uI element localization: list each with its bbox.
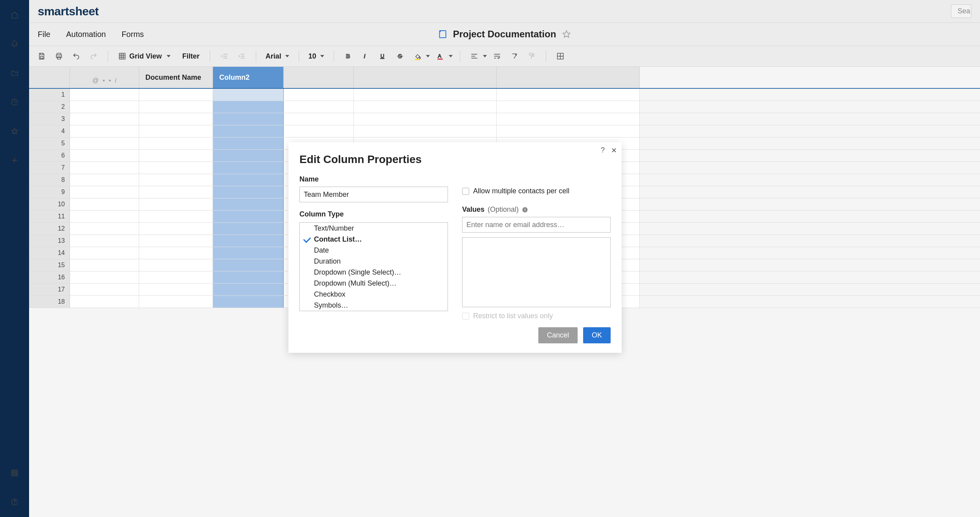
row-indicators-cell[interactable] <box>70 162 139 174</box>
cell[interactable] <box>139 125 213 137</box>
column-header-document-name[interactable]: Document Name <box>139 67 213 88</box>
cell[interactable] <box>213 138 284 149</box>
menu-forms[interactable]: Forms <box>121 30 144 39</box>
filter-button[interactable]: Filter <box>177 52 203 60</box>
row-number[interactable]: 4 <box>29 125 70 137</box>
row-indicators-cell[interactable] <box>70 186 139 198</box>
row-number[interactable]: 3 <box>29 113 70 125</box>
undo-icon[interactable] <box>69 49 83 63</box>
menu-automation[interactable]: Automation <box>66 30 106 39</box>
align-left-icon[interactable] <box>467 49 481 63</box>
cell[interactable] <box>213 235 284 247</box>
cell[interactable] <box>139 259 213 271</box>
row-indicators-cell[interactable] <box>70 89 139 101</box>
row-number[interactable]: 16 <box>29 271 70 283</box>
favorites-icon[interactable] <box>7 124 22 138</box>
menu-file[interactable]: File <box>38 30 50 39</box>
row-number[interactable]: 7 <box>29 162 70 174</box>
ok-button[interactable]: OK <box>583 327 611 343</box>
indent-icon[interactable] <box>235 49 249 63</box>
save-icon[interactable] <box>35 49 49 63</box>
format-painter-icon[interactable] <box>525 49 539 63</box>
cell[interactable] <box>139 284 213 295</box>
cell[interactable] <box>213 174 284 186</box>
cell[interactable] <box>354 125 497 137</box>
cell[interactable] <box>213 198 284 210</box>
row-number[interactable]: 18 <box>29 296 70 308</box>
column-type-option[interactable]: Dropdown (Single Select)… <box>300 267 448 278</box>
row-indicators-cell[interactable] <box>70 198 139 210</box>
cell[interactable] <box>497 89 640 101</box>
cell[interactable] <box>213 296 284 308</box>
font-picker[interactable]: Arial <box>263 52 292 60</box>
cell[interactable] <box>139 235 213 247</box>
italic-icon[interactable]: I <box>358 49 373 63</box>
borders-icon[interactable] <box>553 49 567 63</box>
wrap-text-icon[interactable] <box>490 49 504 63</box>
column-type-option[interactable]: Date <box>300 245 448 256</box>
recents-icon[interactable] <box>7 95 22 109</box>
row-number[interactable]: 11 <box>29 211 70 222</box>
row-number[interactable]: 15 <box>29 259 70 271</box>
row-number[interactable]: 13 <box>29 235 70 247</box>
outdent-icon[interactable] <box>217 49 231 63</box>
row-indicators-cell[interactable] <box>70 296 139 308</box>
column-type-option[interactable]: Dropdown (Multi Select)… <box>300 278 448 289</box>
cell[interactable] <box>497 113 640 125</box>
cell[interactable] <box>497 101 640 113</box>
print-icon[interactable] <box>52 49 66 63</box>
column-header-empty-3[interactable] <box>497 67 640 88</box>
cell[interactable] <box>213 259 284 271</box>
values-list-box[interactable] <box>462 237 611 307</box>
folder-icon[interactable] <box>7 66 22 80</box>
home-icon[interactable] <box>7 8 22 22</box>
row-number[interactable]: 5 <box>29 138 70 149</box>
cell[interactable] <box>213 113 284 125</box>
notifications-icon[interactable] <box>7 37 22 51</box>
view-picker[interactable]: Grid View <box>115 52 174 60</box>
cell[interactable] <box>139 271 213 283</box>
add-icon[interactable] <box>7 153 22 167</box>
row-number[interactable]: 10 <box>29 198 70 210</box>
cell[interactable] <box>139 186 213 198</box>
cell[interactable] <box>213 150 284 161</box>
cell[interactable] <box>213 89 284 101</box>
row-indicators-cell[interactable] <box>70 138 139 149</box>
fill-color-icon[interactable] <box>410 49 424 63</box>
cell[interactable] <box>213 271 284 283</box>
column-header-empty-2[interactable] <box>354 67 497 88</box>
bold-icon[interactable]: B <box>341 49 355 63</box>
cell[interactable] <box>354 113 497 125</box>
cell[interactable] <box>139 211 213 222</box>
allow-multiple-contacts-checkbox[interactable]: Allow multiple contacts per cell <box>462 187 611 195</box>
cell[interactable] <box>213 186 284 198</box>
row-number[interactable]: 1 <box>29 89 70 101</box>
cell[interactable] <box>213 125 284 137</box>
help-icon[interactable] <box>7 495 22 509</box>
cell[interactable] <box>213 223 284 235</box>
brand-logo[interactable]: smartsheet <box>38 5 99 18</box>
cell[interactable] <box>284 101 354 113</box>
row-number[interactable]: 6 <box>29 150 70 161</box>
row-indicators-cell[interactable] <box>70 150 139 161</box>
select-all-corner[interactable] <box>29 67 70 88</box>
column-header-empty-1[interactable] <box>284 67 354 88</box>
row-indicators-cell[interactable] <box>70 174 139 186</box>
row-indicators-cell[interactable] <box>70 125 139 137</box>
cell[interactable] <box>284 89 354 101</box>
row-indicators-cell[interactable] <box>70 101 139 113</box>
row-indicators-cell[interactable] <box>70 259 139 271</box>
cell[interactable] <box>354 89 497 101</box>
row-indicators-cell[interactable] <box>70 211 139 222</box>
document-title[interactable]: Project Documentation <box>453 29 556 40</box>
row-indicators-cell[interactable] <box>70 223 139 235</box>
cell[interactable] <box>139 247 213 259</box>
apps-icon[interactable] <box>7 466 22 480</box>
clear-format-icon[interactable] <box>507 49 521 63</box>
cancel-button[interactable]: Cancel <box>538 327 578 343</box>
row-indicators-cell[interactable] <box>70 284 139 295</box>
info-icon[interactable]: i <box>522 207 528 213</box>
column-type-option[interactable]: Symbols… <box>300 300 448 311</box>
row-number[interactable]: 9 <box>29 186 70 198</box>
redo-icon[interactable] <box>86 49 101 63</box>
